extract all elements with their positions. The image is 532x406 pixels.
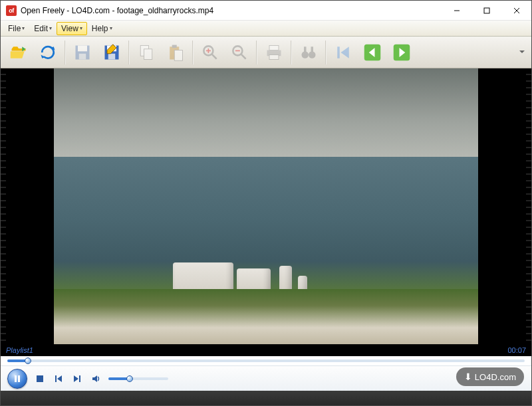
play-pause-button[interactable]	[7, 369, 27, 389]
stop-icon	[35, 374, 45, 383]
svg-rect-32	[15, 375, 17, 382]
chevron-down-icon: ▾	[22, 25, 25, 31]
menu-edit-label: Edit	[34, 24, 48, 33]
player-controls	[1, 365, 531, 391]
chevron-down-icon: ▾	[49, 25, 52, 31]
print-button	[260, 39, 288, 66]
first-icon	[334, 43, 352, 62]
skip-prev-icon	[54, 374, 63, 383]
chevron-down-icon	[519, 49, 525, 56]
video-viewport[interactable]	[1, 68, 531, 344]
window-controls	[442, 1, 531, 20]
menu-help-label: Help	[92, 24, 108, 33]
svg-rect-29	[337, 47, 340, 58]
menu-help[interactable]: Help▾	[87, 22, 117, 35]
svg-rect-22	[269, 45, 279, 50]
paste-icon	[166, 43, 185, 62]
mute-button[interactable]	[90, 373, 102, 385]
zoom-out-button	[225, 39, 253, 66]
minimize-button[interactable]	[442, 1, 471, 20]
toolbar-separator	[128, 41, 130, 64]
menu-view-label: View	[61, 24, 78, 33]
svg-line-20	[241, 54, 246, 58]
svg-rect-5	[78, 45, 87, 51]
copy-button	[132, 39, 160, 66]
refresh-button[interactable]	[34, 39, 62, 66]
playlist-label[interactable]: Playlist1	[6, 346, 33, 354]
refresh-icon	[39, 43, 57, 62]
zoom-in-button	[196, 39, 224, 66]
arrow-right-icon	[392, 43, 411, 62]
next-track-button[interactable]	[71, 373, 83, 385]
open-folder-icon	[9, 43, 28, 62]
video-frame	[54, 68, 478, 344]
close-button[interactable]	[501, 1, 531, 20]
film-strip-left	[1, 68, 6, 344]
find-button	[295, 39, 323, 66]
svg-rect-28	[311, 47, 314, 52]
seek-bar[interactable]	[7, 359, 525, 362]
svg-rect-27	[304, 47, 307, 52]
window-title: Open Freely - LO4D.com - footage_oldharr…	[21, 6, 442, 15]
prev-button[interactable]	[358, 39, 386, 66]
save-icon	[73, 43, 92, 62]
arrow-left-icon	[363, 43, 382, 62]
open-button[interactable]	[5, 39, 33, 66]
app-icon: of	[6, 5, 17, 16]
toolbar-separator	[325, 41, 327, 64]
titlebar: of Open Freely - LO4D.com - footage_oldh…	[1, 1, 531, 21]
svg-rect-13	[172, 45, 177, 47]
volume-thumb[interactable]	[126, 375, 133, 382]
next-button[interactable]	[388, 39, 416, 66]
paste-button	[162, 39, 190, 66]
zoom-out-icon	[230, 43, 249, 62]
svg-rect-9	[108, 53, 116, 59]
menu-view[interactable]: View▾	[57, 22, 87, 35]
svg-rect-1	[484, 8, 489, 13]
menu-file-label: File	[8, 24, 21, 33]
seek-thumb[interactable]	[25, 357, 31, 364]
toolbar-overflow-button[interactable]	[517, 39, 527, 66]
first-button	[329, 39, 357, 66]
toolbar-separator	[256, 41, 257, 64]
menubar: File▾ Edit▾ View▾ Help▾	[1, 21, 531, 37]
skip-next-icon	[72, 374, 82, 383]
menu-edit[interactable]: Edit▾	[29, 22, 57, 35]
app-window: of Open Freely - LO4D.com - footage_oldh…	[0, 0, 532, 406]
save-button	[68, 39, 96, 66]
svg-rect-11	[144, 49, 152, 59]
toolbar	[1, 37, 531, 68]
zoom-in-icon	[201, 43, 219, 62]
print-icon	[265, 43, 283, 62]
svg-line-16	[212, 54, 217, 58]
copy-icon	[137, 43, 156, 62]
chevron-down-icon: ▾	[110, 25, 112, 31]
volume-slider[interactable]	[108, 377, 168, 380]
film-strip-right	[526, 68, 531, 344]
save-edit-icon	[102, 43, 121, 62]
svg-rect-6	[79, 53, 86, 59]
svg-rect-35	[55, 375, 57, 382]
binoculars-icon	[299, 43, 318, 62]
svg-rect-14	[174, 50, 182, 60]
svg-rect-34	[37, 375, 43, 382]
svg-rect-24	[269, 54, 279, 59]
statusbar	[1, 391, 531, 405]
toolbar-separator	[65, 41, 66, 64]
menu-file[interactable]: File▾	[3, 22, 29, 35]
save-edit-button[interactable]	[98, 39, 126, 66]
svg-rect-33	[18, 375, 20, 382]
seek-bar-row	[1, 356, 531, 365]
toolbar-separator	[192, 41, 194, 64]
toolbar-separator	[291, 41, 292, 64]
playlist-info-bar: Playlist1 00:07	[1, 344, 531, 356]
volume-icon	[91, 374, 100, 383]
maximize-button[interactable]	[471, 1, 501, 20]
chevron-down-icon: ▾	[80, 25, 82, 31]
svg-rect-36	[79, 375, 80, 382]
stop-button[interactable]	[34, 373, 46, 385]
prev-track-button[interactable]	[53, 373, 65, 385]
pause-icon	[13, 375, 21, 383]
elapsed-time: 00:07	[507, 346, 526, 354]
